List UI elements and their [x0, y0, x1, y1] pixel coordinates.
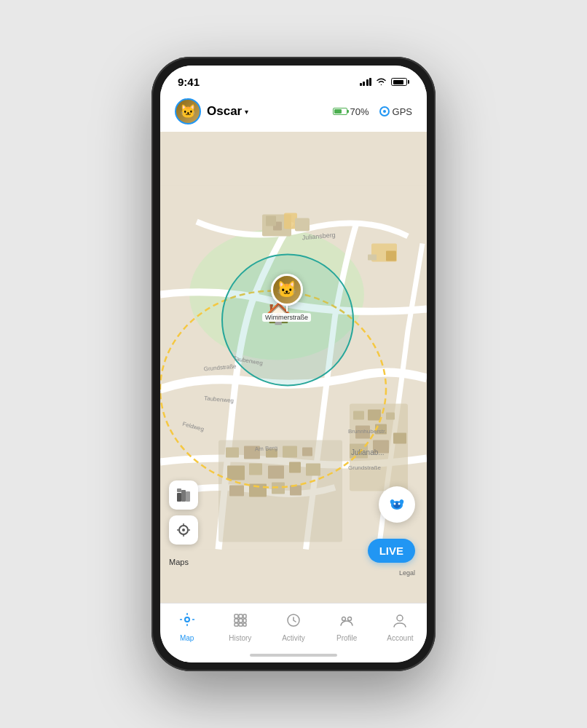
svg-rect-11: [353, 411, 364, 420]
legal-text[interactable]: Legal: [399, 569, 415, 577]
svg-rect-49: [177, 488, 181, 492]
svg-rect-29: [306, 464, 320, 476]
map-svg: 🏠 Juliansberg Grundstraße Taubenweg Taub…: [160, 132, 427, 603]
signal-icon: [360, 78, 372, 86]
map-area[interactable]: 🏠 Juliansberg Grundstraße Taubenweg Taub…: [160, 132, 427, 603]
svg-text:Am Berg: Am Berg: [255, 445, 278, 453]
activity-nav-icon: [285, 612, 302, 632]
svg-point-62: [185, 617, 189, 622]
status-bar: 9:41: [160, 66, 427, 92]
maps-label: Maps: [169, 558, 189, 566]
nav-item-account[interactable]: Account: [374, 609, 427, 645]
svg-rect-71: [239, 619, 243, 622]
svg-rect-48: [186, 491, 190, 502]
svg-text:Julianab...: Julianab...: [351, 448, 385, 456]
map-nav-label: Map: [180, 634, 194, 642]
svg-rect-46: [177, 493, 181, 502]
svg-rect-27: [268, 466, 284, 479]
pet-name-row[interactable]: Oscar ▾: [207, 104, 248, 119]
svg-point-78: [348, 617, 352, 621]
svg-rect-75: [243, 623, 246, 626]
svg-rect-74: [239, 623, 243, 626]
wifi-icon: [376, 76, 387, 87]
history-nav-label: History: [229, 634, 251, 642]
gps-icon: [379, 106, 390, 116]
svg-rect-24: [302, 448, 312, 456]
svg-rect-68: [239, 614, 243, 618]
header-right: 70% GPS: [333, 106, 413, 117]
nav-item-map[interactable]: Map: [160, 609, 213, 645]
map-nav-icon: [179, 612, 195, 632]
svg-rect-4: [266, 216, 276, 226]
svg-rect-69: [243, 614, 246, 618]
home-indicator: [250, 654, 337, 657]
phone-screen: 9:41: [160, 66, 427, 662]
activity-nav-label: Activity: [282, 634, 305, 642]
svg-rect-72: [243, 619, 246, 622]
svg-rect-30: [229, 486, 244, 496]
live-button[interactable]: LIVE: [368, 539, 415, 563]
svg-point-60: [394, 503, 396, 505]
battery-percent: 70%: [350, 106, 369, 117]
pet-avatar[interactable]: 🐱: [175, 98, 201, 124]
account-nav-label: Account: [387, 634, 413, 642]
location-button[interactable]: [169, 515, 198, 545]
svg-rect-47: [181, 490, 186, 502]
svg-rect-9: [368, 255, 377, 261]
svg-rect-18: [393, 433, 406, 444]
app-header: 🐱 Oscar ▾ 70% GPS: [160, 92, 427, 132]
profile-nav-label: Profile: [336, 634, 357, 642]
gps-status: GPS: [379, 106, 412, 117]
chevron-down-icon: ▾: [245, 108, 248, 116]
svg-text:Grundstraße: Grundstraße: [348, 464, 381, 471]
nav-item-history[interactable]: History: [213, 609, 267, 645]
svg-rect-20: [226, 448, 239, 458]
gps-label: GPS: [393, 106, 412, 117]
battery-status: 70%: [333, 106, 369, 117]
svg-point-51: [182, 529, 185, 531]
svg-rect-23: [283, 446, 297, 458]
map-background: 🏠 Juliansberg Grundstraße Taubenweg Taub…: [160, 132, 427, 603]
svg-rect-12: [368, 410, 381, 421]
status-time: 9:41: [178, 76, 200, 88]
svg-rect-26: [249, 464, 262, 475]
nav-item-activity[interactable]: Activity: [267, 609, 320, 645]
svg-rect-25: [227, 466, 245, 480]
cat-location-marker: 🐱 Wimmerstraße: [262, 274, 311, 322]
svg-rect-73: [235, 623, 238, 626]
cat-tracker-button[interactable]: [379, 486, 415, 523]
svg-point-61: [398, 503, 401, 505]
svg-rect-8: [386, 251, 396, 261]
marker-pin: [286, 306, 288, 312]
battery-icon: [391, 78, 409, 86]
pet-name: Oscar: [207, 104, 242, 119]
nav-item-profile[interactable]: Profile: [320, 609, 374, 645]
svg-point-79: [397, 615, 403, 621]
cat-avatar: 🐱: [271, 274, 303, 306]
map-controls: [169, 480, 198, 545]
account-nav-icon: [392, 612, 408, 632]
profile-nav-icon: [339, 612, 355, 632]
battery-status-icon: [333, 108, 347, 115]
map-view-button[interactable]: [169, 480, 198, 510]
svg-text:Brunnhuberstr.: Brunnhuberstr.: [348, 428, 386, 435]
phone-frame: 9:41: [151, 57, 436, 671]
svg-rect-28: [289, 462, 301, 473]
svg-rect-13: [386, 413, 395, 420]
svg-rect-70: [235, 619, 238, 622]
status-icons: [360, 76, 410, 87]
history-nav-icon: [232, 612, 248, 632]
cat-location-label: Wimmerstraße: [262, 313, 311, 322]
svg-rect-67: [235, 614, 238, 618]
svg-rect-6: [295, 218, 310, 232]
svg-point-77: [342, 617, 346, 621]
